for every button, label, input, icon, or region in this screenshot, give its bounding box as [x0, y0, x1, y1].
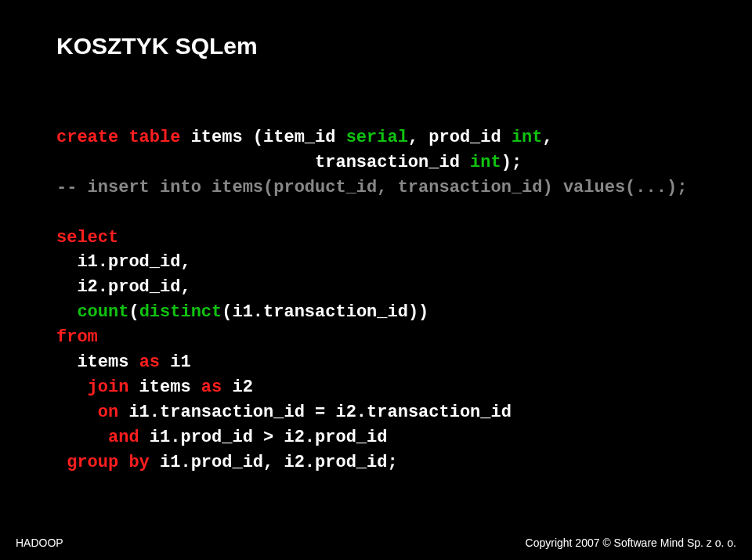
fn-distinct: distinct	[139, 302, 222, 322]
code-text: );	[501, 153, 522, 172]
kw-join: join	[88, 378, 129, 397]
kw-and: and	[108, 428, 139, 447]
kw-table: table	[128, 128, 180, 147]
code-text: (i1.transaction_id))	[222, 302, 428, 322]
fn-count: count	[77, 302, 128, 322]
code-text: ,	[543, 128, 553, 147]
code-text: , prod_id	[408, 128, 512, 147]
code-block: create table items (item_id serial, prod…	[56, 125, 705, 475]
code-text	[56, 428, 108, 447]
kw-on: on	[98, 403, 118, 422]
code-text	[56, 378, 88, 397]
kw-group: group	[67, 453, 118, 472]
footer-left: HADOOP	[16, 537, 63, 549]
code-text: items	[56, 352, 139, 372]
code-text: i1.transaction_id = i2.transaction_id	[118, 403, 512, 422]
slide-title: KOSZTYK SQLem	[56, 33, 258, 60]
footer-right: Copyright 2007 © Software Mind Sp. z o. …	[526, 537, 736, 549]
code-text	[56, 403, 98, 422]
code-text: transaction_id	[56, 153, 470, 172]
code-text: i1.prod_id > i2.prod_id	[139, 428, 388, 447]
type-int: int	[470, 153, 501, 172]
kw-as: as	[139, 352, 160, 372]
code-text: items (item_id	[180, 128, 345, 147]
kw-select: select	[56, 228, 118, 247]
type-int: int	[512, 128, 543, 147]
comment-line: -- insert into items(product_id, transac…	[56, 178, 687, 197]
kw-from: from	[56, 327, 98, 347]
code-text: i2.prod_id,	[56, 277, 191, 297]
code-text	[56, 302, 77, 322]
code-text: i1.prod_id,	[56, 252, 191, 272]
type-serial: serial	[346, 128, 408, 147]
kw-as: as	[201, 378, 222, 397]
code-text: items	[128, 378, 201, 397]
slide: KOSZTYK SQLem create table items (item_i…	[0, 0, 752, 560]
kw-create: create	[56, 128, 118, 147]
kw-by: by	[128, 453, 149, 472]
code-text: i1.prod_id, i2.prod_id;	[150, 453, 398, 472]
code-text	[56, 453, 67, 472]
code-text: i1	[160, 352, 191, 372]
code-text: i2	[222, 378, 253, 397]
code-text: (	[128, 302, 139, 322]
